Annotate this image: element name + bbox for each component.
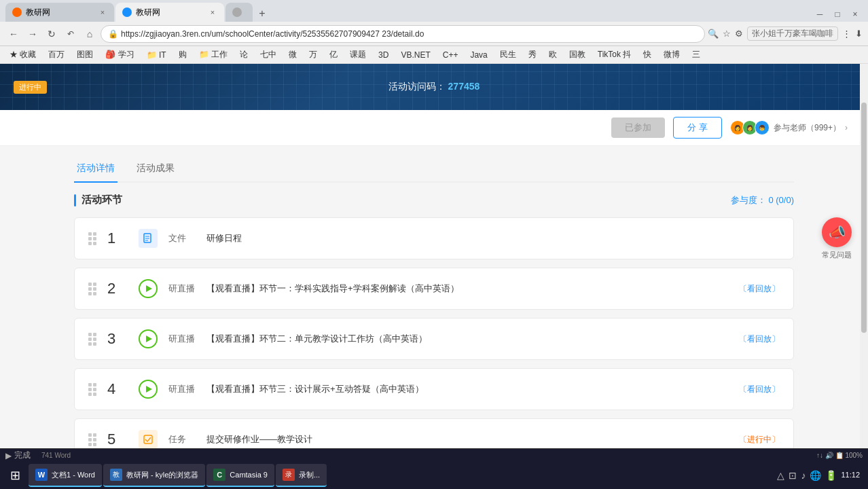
bookmark-kuai[interactable]: 快 <box>639 48 655 62</box>
bookmark-weibo[interactable]: 微博 <box>659 48 684 62</box>
back-button[interactable]: ← <box>5 26 22 42</box>
taskbar-item-camtasia[interactable]: C Camtasia 9 <box>206 464 274 487</box>
content-area: 活动详情 活动成果 活动环节 参与度： 0 (0/0) <box>60 146 808 448</box>
bookmark-baidu[interactable]: 百万 <box>44 48 69 62</box>
section-title: 活动环节 <box>82 194 122 206</box>
play-button[interactable]: ▶ 完成 <box>5 450 31 461</box>
participation-value: 0 (0/0) <box>768 195 794 205</box>
item-number-4: 4 <box>107 380 128 398</box>
tray-network-icon[interactable]: 🌐 <box>810 470 821 481</box>
search-icon[interactable]: 🔍 <box>708 29 719 39</box>
item-content-2: 【观看直播】环节一：学科实践指导+学科案例解读（高中英语） 〔看回放〕 <box>206 283 780 295</box>
tray-time: 11:12 <box>841 470 860 480</box>
item-type-label-1: 文件 <box>168 232 196 244</box>
nav-bar: ← → ↻ ↶ ⌂ 🔒 https://zgjiaoyan.3ren.cn/um… <box>0 22 868 46</box>
scroll-track <box>860 64 868 448</box>
item-number-3: 3 <box>107 330 128 348</box>
bookmark-guojiao[interactable]: 国教 <box>565 48 590 62</box>
status-bar: ▶ 完成 741 Word ↑↓ 🔊 📋 100% <box>0 448 868 462</box>
item-link-2[interactable]: 〔看回放〕 <box>739 283 780 295</box>
tray-battery-icon[interactable]: 🔋 <box>825 470 837 481</box>
start-button[interactable]: ⊞ <box>3 463 27 488</box>
bookmark-3d[interactable]: 3D <box>374 49 393 61</box>
bookmark-wechat[interactable]: 微 <box>285 48 301 62</box>
bookmark-image[interactable]: 图图 <box>73 48 97 62</box>
participants-label: 参与老师（999+） <box>774 122 841 134</box>
taskbar-item-record[interactable]: 录 录制... <box>276 464 327 487</box>
participation-rate: 参与度： 0 (0/0) <box>731 194 794 206</box>
item-link-3[interactable]: 〔看回放〕 <box>739 333 780 345</box>
tab-detail[interactable]: 活动详情 <box>74 157 117 183</box>
taskbar-tray: △ ⊡ ♪ 🌐 🔋 11:12 <box>772 470 865 481</box>
bookmark-minsheng[interactable]: 民生 <box>496 48 520 62</box>
floating-btn[interactable]: 📣 <box>822 217 852 247</box>
scroll-area: 进行中 活动访问码： 277458 已参加 分 享 👩 👩 <box>0 64 868 448</box>
bookmark-cpp[interactable]: C++ <box>439 49 463 61</box>
share-button[interactable]: 分 享 <box>673 117 722 139</box>
user-name[interactable]: 张小姐千万豪车喝咖啡 <box>747 26 838 41</box>
bookmark-vbnet[interactable]: VB.NET <box>397 49 434 61</box>
play-icon: ▶ <box>5 451 12 460</box>
bookmark-xiu[interactable]: 秀 <box>524 48 541 62</box>
item-content-4: 【观看直播】环节三：设计展示+互动答疑（高中英语） 〔看回放〕 <box>206 383 780 395</box>
bookmark-qizhong[interactable]: 七中 <box>256 48 281 62</box>
bookmark-san[interactable]: 三 <box>688 48 704 62</box>
undo-button[interactable]: ↶ <box>62 26 79 42</box>
bookmark-study[interactable]: 🎒 学习 <box>101 48 138 62</box>
item-link-5[interactable]: 〔进行中〕 <box>739 434 780 446</box>
tray-up-icon[interactable]: △ <box>777 470 784 481</box>
item-title-5: 提交研修作业——教学设计 <box>206 433 731 446</box>
item-link-4[interactable]: 〔看回放〕 <box>739 384 780 395</box>
bell-icon: 📣 <box>829 224 846 240</box>
item-number-1: 1 <box>107 230 128 247</box>
bookmark-java[interactable]: Java <box>466 49 491 61</box>
bookmark-douyin[interactable]: TikTok 抖 <box>594 48 636 62</box>
forward-button[interactable]: → <box>24 26 41 42</box>
close-button[interactable]: × <box>848 7 863 22</box>
item-type-label-5: 任务 <box>168 433 196 446</box>
bookmark-ketiji[interactable]: 课题 <box>346 48 370 62</box>
refresh-button[interactable]: ↻ <box>43 26 60 42</box>
bookmark-icon[interactable]: ☆ <box>723 29 731 39</box>
taskbar: ⊞ W 文档1 - Word 教 教研网 - kyle的浏览器 C Camtas… <box>0 462 868 489</box>
taskbar-item-browser[interactable]: 教 教研网 - kyle的浏览器 <box>103 464 205 487</box>
participants-info[interactable]: 👩 👩 👦 参与老师（999+） › <box>730 120 848 135</box>
tab-close-2[interactable]: × <box>208 7 217 17</box>
item-type-label-3: 研直播 <box>168 333 196 345</box>
bookmark-ou[interactable]: 欧 <box>545 48 561 62</box>
scroll-thumb[interactable] <box>861 103 867 333</box>
drag-handle-4 <box>88 383 96 396</box>
activity-banner: 进行中 活动访问码： 277458 <box>0 64 868 110</box>
extensions-icon[interactable]: ⚙ <box>735 29 743 39</box>
bookmark-shop[interactable]: 购 <box>175 48 191 62</box>
access-code-label: 活动访问码： <box>388 81 446 92</box>
live-icon-3 <box>139 329 158 348</box>
home-button[interactable]: ⌂ <box>82 26 98 42</box>
tab-close-1[interactable]: × <box>98 7 107 17</box>
taskbar-item-word[interactable]: W 文档1 - Word <box>29 464 102 487</box>
tray-sound-icon[interactable]: ♪ <box>801 470 806 481</box>
status-icons: ↑↓ 🔊 📋 100% <box>816 452 863 459</box>
menu-icon[interactable]: ⋮ <box>842 29 851 39</box>
address-bar[interactable]: 🔒 https://zgjiaoyan.3ren.cn/um/schoolCen… <box>101 25 705 43</box>
browser-tab-3[interactable] <box>225 3 253 22</box>
new-tab-button[interactable]: + <box>254 5 270 22</box>
live-icon-2 <box>139 279 158 298</box>
tray-msg-icon[interactable]: ⊡ <box>789 470 797 481</box>
bookmark-wan[interactable]: 万 <box>305 48 321 62</box>
browser-tab-1[interactable]: 教研网 × <box>5 3 114 22</box>
camtasia-icon: C <box>213 469 225 481</box>
restore-button[interactable]: □ <box>830 7 845 22</box>
bookmark-forum[interactable]: 论 <box>236 48 252 62</box>
activity-header: 已参加 分 享 👩 👩 👦 参与老师（999+） › <box>0 110 868 146</box>
bookmark-it[interactable]: 📁 IT <box>143 49 170 61</box>
minimize-button[interactable]: ─ <box>812 7 827 22</box>
bookmark-favorites[interactable]: ★ 收藏 <box>5 48 40 62</box>
bookmark-yi[interactable]: 亿 <box>325 48 342 62</box>
file-icon-1 <box>139 229 158 248</box>
tab-result[interactable]: 活动成果 <box>134 157 177 183</box>
download-icon[interactable]: ⬇ <box>855 29 863 39</box>
activity-item-5: 5 任务 提交研修作业——教学设计 〔进行中〕 <box>74 418 794 448</box>
bookmark-work[interactable]: 📁 工作 <box>195 48 232 62</box>
browser-tab-2[interactable]: 教研网 × <box>115 3 224 22</box>
